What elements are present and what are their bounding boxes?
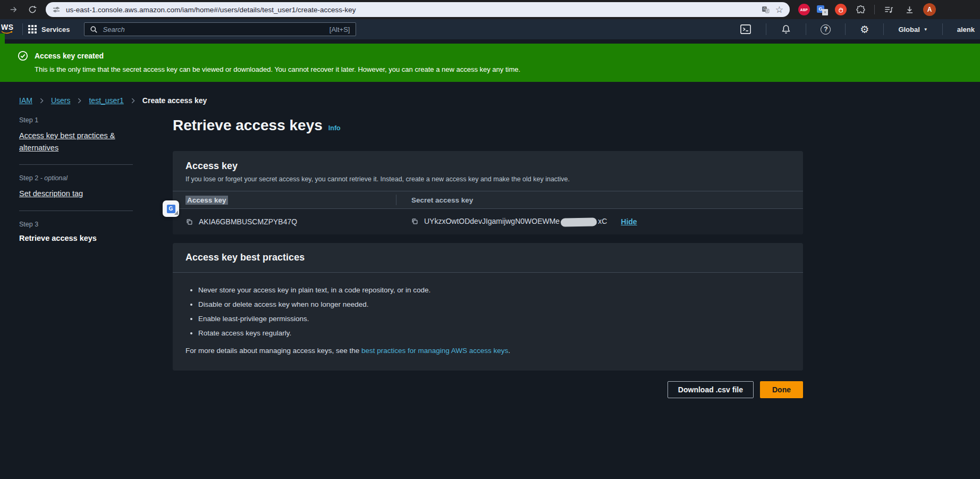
best-practice-item: Enable least-privilege permissions. (198, 314, 790, 323)
page-title: Retrieve access keys Info (173, 116, 803, 137)
best-practice-item: Never store your access key in plain tex… (198, 285, 790, 295)
content-blocker-hand-icon[interactable] (835, 4, 847, 15)
nav-right-group: ? ⚙ Global ▼ alenk (731, 23, 980, 36)
settings-gear-icon[interactable]: ⚙ (851, 23, 878, 36)
nav-divider (766, 23, 766, 35)
check-circle-icon (18, 51, 28, 61)
wizard-steps-nav: Step 1 Access key best practices & alter… (0, 116, 173, 398)
breadcrumb: IAM Users test_user1 Create access key (19, 96, 980, 105)
steps-divider (19, 164, 133, 165)
account-menu[interactable]: alenk (948, 26, 980, 33)
browser-toolbar: us-east-1.console.aws.amazon.com/iam/hom… (0, 0, 980, 19)
banner-message: This is the only time that the secret ac… (35, 65, 980, 73)
url-text: us-east-1.console.aws.amazon.com/iam/hom… (66, 6, 756, 14)
access-key-card: Access key If you lose or forget your se… (173, 151, 803, 234)
secret-key-column-header: Secret access key (396, 195, 803, 205)
chevron-down-icon: ▼ (924, 27, 928, 32)
translate-icon: G (167, 205, 175, 213)
console-search-box[interactable]: [Alt+S] (84, 22, 356, 36)
adblock-plus-extension-icon[interactable]: ABP (798, 4, 810, 15)
step2-link[interactable]: Set description tag (19, 189, 83, 198)
secret-key-value: UYkzxOwtODdevJIgamijwgN0WOEWMexC (424, 217, 607, 226)
download-csv-button[interactable]: Download .csv file (668, 381, 754, 398)
extensions-puzzle-icon[interactable] (854, 3, 867, 16)
search-shortcut-hint: [Alt+S] (330, 26, 350, 33)
key-table-row: AKIA6GBMBUSCMZPYB47Q UYkzxOwtODdevJIgami… (173, 209, 803, 234)
chevron-right-icon (38, 97, 45, 104)
aws-top-nav: WS Services [Alt+S] ? ⚙ Global ▼ alenk (0, 19, 980, 39)
region-selector[interactable]: Global ▼ (889, 23, 936, 36)
success-banner: Access key created This is the only time… (0, 44, 980, 82)
search-icon (90, 26, 98, 33)
step2-label: Step 2 - optional (19, 174, 133, 182)
best-practice-item: Disable or delete access key when no lon… (198, 300, 790, 309)
services-grid-icon[interactable] (28, 25, 37, 33)
info-link[interactable]: Info (328, 119, 341, 137)
breadcrumb-current: Create access key (142, 96, 207, 105)
address-bar[interactable]: us-east-1.console.aws.amazon.com/iam/hom… (46, 2, 790, 17)
key-table-header: Access key Secret access key (173, 191, 803, 209)
step3-label: Step 3 (19, 221, 133, 228)
forward-icon[interactable] (6, 3, 20, 16)
copy-secret-key-icon[interactable] (411, 217, 419, 225)
best-practices-footer: For more details about managing access k… (185, 347, 790, 355)
search-input[interactable] (102, 25, 325, 34)
breadcrumb-users[interactable]: Users (51, 96, 71, 105)
site-info-icon[interactable] (52, 5, 61, 14)
help-icon[interactable]: ? (812, 23, 840, 36)
best-practices-list: Never store your access key in plain tex… (185, 285, 790, 338)
nav-divider (942, 23, 943, 35)
breadcrumb-iam[interactable]: IAM (19, 96, 32, 105)
breadcrumb-test-user1[interactable]: test_user1 (89, 96, 123, 105)
step1-label: Step 1 (19, 116, 133, 124)
access-key-value: AKIA6GBMBUSCMZPYB47Q (199, 217, 297, 226)
cloudshell-icon[interactable] (731, 23, 761, 36)
steps-divider (19, 211, 133, 211)
best-practices-title: Access key best practices (185, 252, 790, 263)
copy-access-key-icon[interactable] (185, 218, 193, 226)
main-content: Retrieve access keys Info Access key If … (173, 116, 803, 398)
access-key-card-description: If you lose or forget your secret access… (185, 175, 790, 183)
nav-divider (883, 23, 884, 35)
translate-page-icon[interactable]: G (761, 5, 770, 14)
extensions-area: ABP G x A (798, 3, 936, 16)
nav-divider (806, 23, 806, 35)
nav-divider (845, 23, 846, 35)
access-key-card-title: Access key (185, 161, 790, 172)
best-practice-item: Rotate access keys regularly. (198, 329, 790, 338)
done-button[interactable]: Done (760, 381, 803, 398)
profile-avatar[interactable]: A (923, 3, 936, 16)
chevron-right-icon (130, 97, 137, 104)
services-button[interactable]: Services (41, 26, 70, 33)
chevron-right-icon (76, 97, 83, 104)
bookmark-star-icon[interactable]: ☆ (775, 5, 783, 14)
step3-current: Retrieve access keys (19, 234, 133, 242)
footer-actions: Download .csv file Done (173, 381, 803, 398)
notifications-bell-icon[interactable] (772, 23, 800, 36)
step1-link[interactable]: Access key best practices & alternatives (19, 131, 115, 152)
playlist-icon[interactable] (882, 3, 895, 16)
hide-secret-link[interactable]: Hide (621, 217, 637, 226)
redaction-scribble (561, 217, 597, 226)
best-practices-link[interactable]: best practices for managing AWS access k… (361, 347, 508, 355)
aws-logo[interactable]: WS (1, 24, 17, 35)
toolbar-divider (874, 5, 875, 14)
banner-title: Access key created (35, 52, 104, 60)
reload-icon[interactable] (26, 3, 39, 16)
downloads-icon[interactable] (902, 3, 916, 16)
best-practices-card: Access key best practices Never store yo… (173, 243, 803, 371)
access-key-column-header: Access key (173, 196, 396, 204)
translate-popup-button[interactable]: G (163, 200, 179, 217)
translate-page-glyph: x (822, 9, 828, 15)
google-translate-extension-icon[interactable]: G x (817, 4, 828, 15)
nav-divider (22, 23, 23, 35)
banner-edge-sliver (0, 33, 5, 44)
